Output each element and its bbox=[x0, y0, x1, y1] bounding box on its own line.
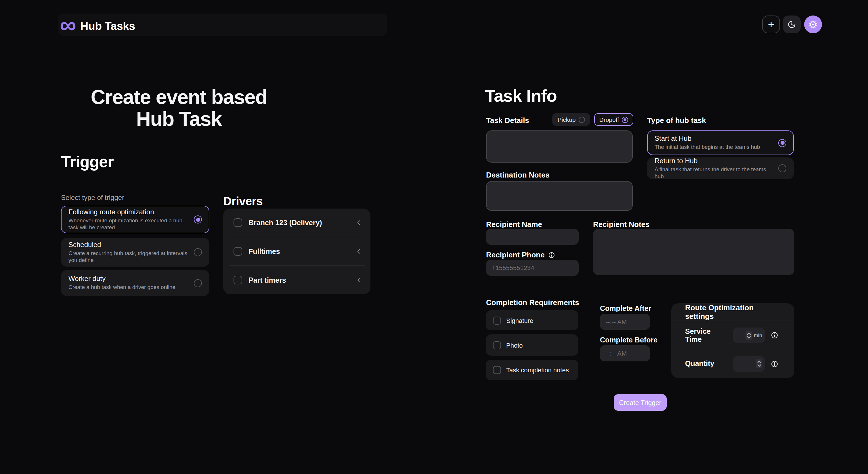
service-time-unit: min bbox=[754, 333, 762, 338]
checkbox[interactable] bbox=[234, 276, 242, 284]
destination-notes-label: Destination Notes bbox=[486, 171, 550, 179]
completion-option-task-completion-notes[interactable]: Task completion notes bbox=[486, 360, 578, 380]
gear-icon: ⚙ bbox=[808, 19, 818, 30]
theme-toggle-button[interactable] bbox=[783, 15, 801, 33]
driver-group-label: Branch 123 (Delivery) bbox=[248, 218, 348, 227]
quantity-label: Quantity bbox=[685, 360, 727, 368]
add-button[interactable]: + bbox=[762, 15, 780, 33]
completion-requirements-label: Completion Requirements bbox=[486, 298, 579, 307]
info-icon[interactable] bbox=[548, 251, 555, 258]
dropoff-toggle[interactable]: Dropoff bbox=[594, 113, 633, 126]
infinity-icon: ∞ bbox=[60, 14, 76, 35]
stepper-icon[interactable] bbox=[746, 331, 752, 340]
page-title-line1: Create event based bbox=[60, 86, 298, 108]
driver-group-branch-123[interactable]: Branch 123 (Delivery) bbox=[223, 209, 370, 237]
trigger-option-title: Worker duty bbox=[68, 275, 176, 283]
page: ∞ Hub Tasks + ⚙ Create event based Hub T… bbox=[0, 0, 868, 474]
trigger-option-following-route-optimization[interactable]: Following route optimization Whenever ro… bbox=[61, 206, 209, 233]
trigger-select-label: Select type of trigger bbox=[61, 194, 124, 202]
quantity-row: Quantity bbox=[671, 350, 794, 378]
chevron-left-icon[interactable] bbox=[355, 248, 362, 255]
trigger-option-scheduled[interactable]: Scheduled Create a recurring hub task, t… bbox=[61, 238, 209, 267]
radio-selected[interactable] bbox=[778, 139, 786, 147]
completion-option-label: Photo bbox=[506, 342, 523, 348]
hub-task-option-desc: A final task that returns the driver to … bbox=[655, 166, 773, 180]
hub-task-type-label: Type of hub task bbox=[647, 116, 706, 125]
chevron-left-icon[interactable] bbox=[355, 276, 362, 284]
checkbox[interactable] bbox=[234, 218, 242, 227]
recipient-phone-label: Recipient Phone bbox=[486, 250, 545, 259]
trigger-option-desc: Whenever route optimization is executed … bbox=[68, 217, 188, 231]
service-time-row: Service Time min bbox=[671, 321, 794, 350]
recipient-phone-input[interactable] bbox=[486, 260, 579, 276]
driver-group-part-timers[interactable]: Part timers bbox=[223, 266, 370, 294]
hub-task-option-start-at-hub[interactable]: Start at Hub The initial task that begin… bbox=[647, 130, 794, 155]
stepper-icon[interactable] bbox=[756, 360, 762, 369]
recipient-notes-label: Recipient Notes bbox=[593, 220, 650, 229]
page-title: Create event based Hub Task bbox=[60, 86, 298, 130]
time-placeholder: --:-- AM bbox=[606, 318, 627, 325]
completion-option-label: Task completion notes bbox=[506, 367, 569, 373]
pickup-label: Pickup bbox=[557, 116, 576, 123]
recipient-name-input[interactable] bbox=[486, 229, 579, 245]
completion-option-signature[interactable]: Signature bbox=[486, 310, 578, 330]
moon-icon bbox=[787, 20, 796, 29]
checkbox[interactable] bbox=[234, 247, 242, 256]
radio-unselected[interactable] bbox=[778, 164, 786, 172]
task-details-textarea[interactable] bbox=[486, 130, 633, 163]
trigger-option-worker-duty[interactable]: Worker duty Create a hub task when a dri… bbox=[61, 270, 209, 296]
radio-selected bbox=[622, 116, 628, 123]
task-info-heading: Task Info bbox=[485, 86, 557, 106]
route-optimization-settings-card: Route Optimization settings Service Time… bbox=[671, 303, 794, 378]
info-icon[interactable] bbox=[771, 332, 778, 339]
drivers-heading: Drivers bbox=[223, 194, 262, 208]
time-placeholder: --:-- AM bbox=[606, 350, 627, 357]
driver-group-fulltimes[interactable]: Fulltimes bbox=[223, 237, 370, 265]
radio-unselected[interactable] bbox=[194, 248, 202, 256]
complete-after-label: Complete After bbox=[600, 305, 651, 312]
complete-before-time-input[interactable]: --:-- AM bbox=[600, 345, 650, 361]
brand-title: Hub Tasks bbox=[80, 19, 135, 32]
settings-button[interactable]: ⚙ bbox=[804, 15, 822, 33]
info-icon[interactable] bbox=[771, 360, 778, 368]
hub-task-option-title: Start at Hub bbox=[655, 135, 760, 143]
complete-after-time-input[interactable]: --:-- AM bbox=[600, 314, 650, 330]
service-time-input[interactable]: min bbox=[733, 328, 765, 343]
checkbox[interactable] bbox=[493, 316, 501, 324]
chevron-left-icon[interactable] bbox=[355, 219, 362, 226]
brand-logo: ∞ Hub Tasks bbox=[60, 14, 135, 37]
checkbox[interactable] bbox=[493, 341, 501, 349]
task-details-label: Task Details bbox=[486, 116, 529, 125]
destination-notes-textarea[interactable] bbox=[486, 181, 633, 211]
recipient-notes-textarea[interactable] bbox=[593, 229, 794, 275]
radio-selected[interactable] bbox=[194, 215, 202, 224]
radio-unselected bbox=[579, 116, 585, 123]
completion-option-photo[interactable]: Photo bbox=[486, 334, 578, 356]
service-time-label: Service Time bbox=[685, 328, 727, 344]
task-type-toggle: Pickup Dropoff bbox=[552, 113, 633, 126]
checkbox[interactable] bbox=[493, 366, 501, 374]
trigger-option-title: Scheduled bbox=[68, 240, 188, 248]
trigger-option-desc: Create a recurring hub task, triggered a… bbox=[68, 250, 188, 264]
trigger-option-title: Following route optimization bbox=[68, 208, 188, 216]
dropoff-label: Dropoff bbox=[599, 116, 619, 123]
recipient-name-label: Recipient Name bbox=[486, 220, 542, 229]
route-settings-heading: Route Optimization settings bbox=[671, 303, 794, 321]
trigger-option-desc: Create a hub task when a driver goes onl… bbox=[68, 284, 176, 291]
quantity-input[interactable] bbox=[733, 356, 765, 372]
complete-before-label: Complete Before bbox=[600, 336, 657, 344]
driver-group-label: Fulltimes bbox=[248, 247, 348, 256]
recipient-phone-label-row: Recipient Phone bbox=[486, 250, 555, 259]
drivers-card: Branch 123 (Delivery) Fulltimes Part tim… bbox=[223, 209, 370, 294]
radio-unselected[interactable] bbox=[194, 279, 202, 287]
pickup-toggle[interactable]: Pickup bbox=[552, 113, 590, 126]
create-trigger-button[interactable]: Create Trigger bbox=[614, 394, 667, 411]
plus-icon: + bbox=[768, 19, 774, 30]
driver-group-label: Part timers bbox=[248, 276, 348, 284]
page-title-line2: Hub Task bbox=[60, 108, 298, 130]
hub-task-option-return-to-hub[interactable]: Return to Hub A final task that returns … bbox=[647, 158, 794, 179]
hub-task-option-desc: The initial task that begins at the team… bbox=[655, 144, 760, 151]
hub-task-option-title: Return to Hub bbox=[655, 157, 773, 165]
completion-option-label: Signature bbox=[506, 317, 533, 324]
trigger-heading: Trigger bbox=[61, 153, 114, 171]
